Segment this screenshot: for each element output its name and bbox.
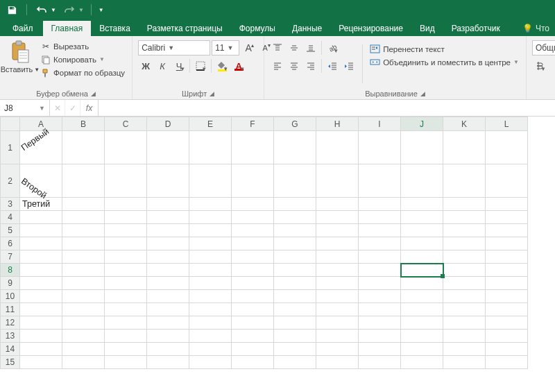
cell[interactable] bbox=[189, 224, 232, 237]
column-header[interactable]: B bbox=[62, 117, 105, 131]
cell[interactable] bbox=[232, 264, 274, 277]
cell[interactable] bbox=[486, 277, 528, 290]
cell[interactable] bbox=[20, 237, 62, 250]
cell[interactable] bbox=[62, 356, 105, 369]
cell[interactable] bbox=[443, 224, 486, 237]
cell[interactable] bbox=[105, 290, 147, 303]
accounting-format-icon[interactable]: ▼ bbox=[532, 58, 547, 74]
cell[interactable] bbox=[443, 303, 486, 316]
cell[interactable] bbox=[189, 277, 232, 290]
cell[interactable] bbox=[401, 198, 443, 211]
orientation-button[interactable]: ab▼ bbox=[325, 40, 340, 56]
cell[interactable] bbox=[147, 264, 189, 277]
row-header[interactable]: 8 bbox=[1, 264, 20, 277]
redo-icon[interactable] bbox=[62, 2, 77, 17]
cell[interactable] bbox=[316, 303, 359, 316]
cell[interactable] bbox=[274, 316, 316, 330]
cell[interactable] bbox=[147, 237, 189, 250]
merge-center-button[interactable]: Объединить и поместить в центре▼ bbox=[368, 56, 520, 68]
cell[interactable] bbox=[232, 237, 274, 250]
cell[interactable] bbox=[316, 211, 359, 224]
cell[interactable] bbox=[443, 290, 486, 303]
cell[interactable] bbox=[401, 316, 443, 330]
cell[interactable] bbox=[359, 131, 401, 164]
row-header[interactable]: 10 bbox=[1, 290, 20, 303]
row-header[interactable]: 7 bbox=[1, 250, 20, 264]
name-box[interactable]: J8▼ bbox=[0, 100, 50, 116]
cell[interactable] bbox=[232, 330, 274, 343]
cell[interactable] bbox=[316, 316, 359, 330]
cell[interactable] bbox=[359, 316, 401, 330]
cell[interactable] bbox=[147, 131, 189, 164]
align-center-icon[interactable] bbox=[287, 58, 302, 74]
select-all-corner[interactable] bbox=[1, 117, 20, 131]
cell[interactable] bbox=[316, 164, 359, 198]
cell[interactable] bbox=[274, 277, 316, 290]
cell[interactable] bbox=[62, 237, 105, 250]
save-icon[interactable] bbox=[4, 2, 19, 17]
align-right-icon[interactable] bbox=[303, 58, 318, 74]
cell[interactable] bbox=[486, 224, 528, 237]
cell[interactable] bbox=[105, 164, 147, 198]
cell[interactable] bbox=[62, 164, 105, 198]
cell[interactable] bbox=[20, 264, 62, 277]
cell[interactable] bbox=[486, 290, 528, 303]
cell[interactable] bbox=[486, 250, 528, 264]
cell[interactable] bbox=[147, 343, 189, 356]
cancel-formula-icon[interactable]: ✕ bbox=[50, 100, 65, 116]
cell[interactable] bbox=[274, 211, 316, 224]
undo-icon[interactable] bbox=[34, 2, 49, 17]
number-format-select[interactable]: Общи bbox=[532, 40, 555, 56]
cell[interactable] bbox=[401, 250, 443, 264]
cell[interactable] bbox=[316, 264, 359, 277]
cell[interactable] bbox=[359, 211, 401, 224]
cell[interactable] bbox=[359, 250, 401, 264]
dialog-launcher-icon[interactable]: ◢ bbox=[210, 90, 214, 97]
row-header[interactable]: 9 bbox=[1, 277, 20, 290]
cell[interactable] bbox=[62, 343, 105, 356]
tab-review[interactable]: Рецензирование bbox=[330, 21, 411, 36]
cell[interactable] bbox=[62, 316, 105, 330]
cell[interactable] bbox=[189, 316, 232, 330]
cell[interactable] bbox=[20, 303, 62, 316]
cell[interactable] bbox=[316, 131, 359, 164]
row-header[interactable]: 11 bbox=[1, 303, 20, 316]
cell[interactable] bbox=[443, 264, 486, 277]
cell[interactable] bbox=[189, 264, 232, 277]
cell[interactable] bbox=[274, 290, 316, 303]
row-header[interactable]: 13 bbox=[1, 330, 20, 343]
cell[interactable] bbox=[486, 211, 528, 224]
tab-developer[interactable]: Разработчик bbox=[443, 21, 509, 36]
cell[interactable] bbox=[274, 303, 316, 316]
cell[interactable] bbox=[316, 237, 359, 250]
cell[interactable] bbox=[486, 356, 528, 369]
row-header[interactable]: 15 bbox=[1, 356, 20, 369]
row-header[interactable]: 12 bbox=[1, 316, 20, 330]
row-header[interactable]: 2 bbox=[1, 164, 20, 198]
cell[interactable] bbox=[401, 264, 443, 277]
cell[interactable] bbox=[147, 164, 189, 198]
qat-customize-icon[interactable]: ▼ bbox=[99, 7, 104, 13]
paste-button[interactable]: Вставить▼ bbox=[6, 39, 35, 88]
cell[interactable] bbox=[20, 356, 62, 369]
font-size-select[interactable]: 11▼ bbox=[212, 40, 239, 56]
cell[interactable] bbox=[359, 164, 401, 198]
cell[interactable] bbox=[401, 290, 443, 303]
cell[interactable] bbox=[486, 303, 528, 316]
cell[interactable] bbox=[232, 356, 274, 369]
cell[interactable] bbox=[443, 277, 486, 290]
cell[interactable] bbox=[62, 250, 105, 264]
formula-input[interactable] bbox=[99, 100, 555, 116]
cell[interactable] bbox=[443, 250, 486, 264]
cell[interactable] bbox=[443, 131, 486, 164]
cell[interactable] bbox=[105, 303, 147, 316]
cell[interactable] bbox=[232, 250, 274, 264]
cell[interactable] bbox=[20, 316, 62, 330]
align-top-icon[interactable] bbox=[270, 40, 285, 56]
column-header[interactable]: E bbox=[189, 117, 232, 131]
cell[interactable] bbox=[147, 277, 189, 290]
row-header[interactable]: 14 bbox=[1, 343, 20, 356]
cell[interactable] bbox=[486, 316, 528, 330]
cell[interactable] bbox=[147, 198, 189, 211]
cell[interactable] bbox=[189, 131, 232, 164]
